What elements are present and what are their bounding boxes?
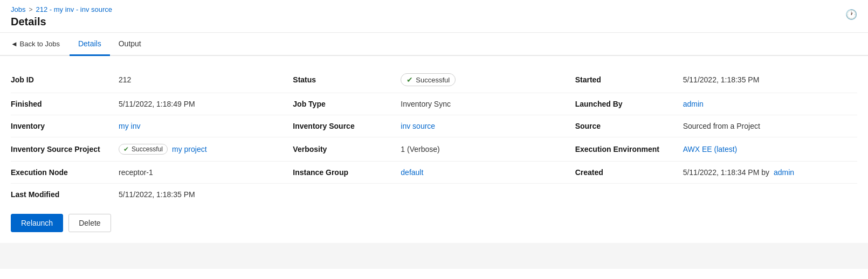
history-icon: 🕐 bbox=[845, 9, 857, 20]
inv-source-project-link[interactable]: my project bbox=[172, 145, 207, 154]
breadcrumb: Jobs > 212 - my inv - inv source bbox=[11, 5, 857, 13]
job-type-value: Inventory Sync bbox=[401, 93, 575, 115]
details-grid: Job ID 212 Status ✔ Successful Started 5… bbox=[11, 67, 857, 205]
tab-output[interactable]: Output bbox=[110, 33, 150, 56]
verbosity-value: 1 (Verbose) bbox=[401, 138, 575, 160]
job-id-label: Job ID bbox=[11, 69, 119, 90]
started-label: Started bbox=[575, 69, 683, 90]
job-id-value: 212 bbox=[119, 69, 293, 90]
tabs-bar: ◄ Back to Jobs Details Output bbox=[0, 33, 868, 56]
last-modified-value: 5/11/2022, 1:18:35 PM bbox=[119, 184, 293, 205]
page-title: Details bbox=[11, 16, 857, 28]
status-value: ✔ Successful bbox=[401, 67, 575, 93]
actions-row: Relaunch Delete bbox=[11, 214, 857, 232]
content-area: ◄ Back to Jobs Details Output Job ID 212… bbox=[0, 33, 868, 269]
launched-by-label: Launched By bbox=[575, 93, 683, 115]
inventory-label: Inventory bbox=[11, 115, 119, 137]
instance-group-link[interactable]: default bbox=[401, 168, 423, 177]
relaunch-button[interactable]: Relaunch bbox=[11, 214, 63, 232]
breadcrumb-separator: > bbox=[29, 6, 32, 13]
source-label: Source bbox=[575, 115, 683, 137]
execution-env-label: Execution Environment bbox=[575, 138, 683, 160]
execution-env-value: AWX EE (latest) bbox=[683, 138, 857, 160]
status-badge: ✔ Successful bbox=[401, 73, 456, 86]
tab-details[interactable]: Details bbox=[70, 33, 110, 56]
created-value: 5/11/2022, 1:18:34 PM by admin bbox=[683, 162, 857, 183]
delete-button[interactable]: Delete bbox=[68, 214, 111, 232]
history-icon-button[interactable]: 🕐 bbox=[845, 9, 857, 20]
badge-check-icon: ✔ bbox=[123, 145, 129, 153]
inventory-link[interactable]: my inv bbox=[119, 122, 140, 130]
created-by-link[interactable]: admin bbox=[774, 168, 794, 177]
inv-source-project-label: Inventory Source Project bbox=[11, 138, 119, 160]
inventory-source-label: Inventory Source bbox=[293, 115, 401, 137]
execution-env-link[interactable]: AWX EE (latest) bbox=[683, 145, 738, 154]
finished-label: Finished bbox=[11, 93, 119, 115]
check-icon: ✔ bbox=[407, 75, 413, 84]
execution-node-value: receptor-1 bbox=[119, 162, 293, 183]
breadcrumb-jobs-link[interactable]: Jobs bbox=[11, 5, 25, 13]
created-datetime: 5/11/2022, 1:18:34 PM by bbox=[683, 168, 769, 177]
details-content: Job ID 212 Status ✔ Successful Started 5… bbox=[0, 56, 868, 243]
instance-group-label: Instance Group bbox=[293, 162, 401, 183]
inv-source-project-value: ✔ Successful my project bbox=[119, 137, 293, 161]
inventory-source-link[interactable]: inv source bbox=[401, 122, 435, 130]
breadcrumb-current: 212 - my inv - inv source bbox=[36, 5, 112, 13]
badge-text: Successful bbox=[132, 145, 163, 153]
inventory-source-value: inv source bbox=[401, 115, 575, 137]
last-modified-label: Last Modified bbox=[11, 184, 119, 205]
top-header: Jobs > 212 - my inv - inv source Details… bbox=[0, 0, 868, 33]
launched-by-value: admin bbox=[683, 93, 857, 115]
status-label: Status bbox=[293, 69, 401, 90]
finished-value: 5/11/2022, 1:18:49 PM bbox=[119, 93, 293, 115]
execution-node-label: Execution Node bbox=[11, 162, 119, 183]
verbosity-label: Verbosity bbox=[293, 138, 401, 160]
back-to-jobs-button[interactable]: ◄ Back to Jobs bbox=[11, 33, 67, 54]
job-type-label: Job Type bbox=[293, 93, 401, 115]
instance-group-value: default bbox=[401, 162, 575, 183]
status-text: Successful bbox=[416, 76, 450, 84]
started-value: 5/11/2022, 1:18:35 PM bbox=[683, 69, 857, 90]
inv-source-project-badge: ✔ Successful bbox=[119, 144, 168, 155]
source-value: Sourced from a Project bbox=[683, 115, 857, 137]
created-label: Created bbox=[575, 162, 683, 183]
launched-by-link[interactable]: admin bbox=[683, 100, 704, 108]
inventory-value: my inv bbox=[119, 115, 293, 137]
